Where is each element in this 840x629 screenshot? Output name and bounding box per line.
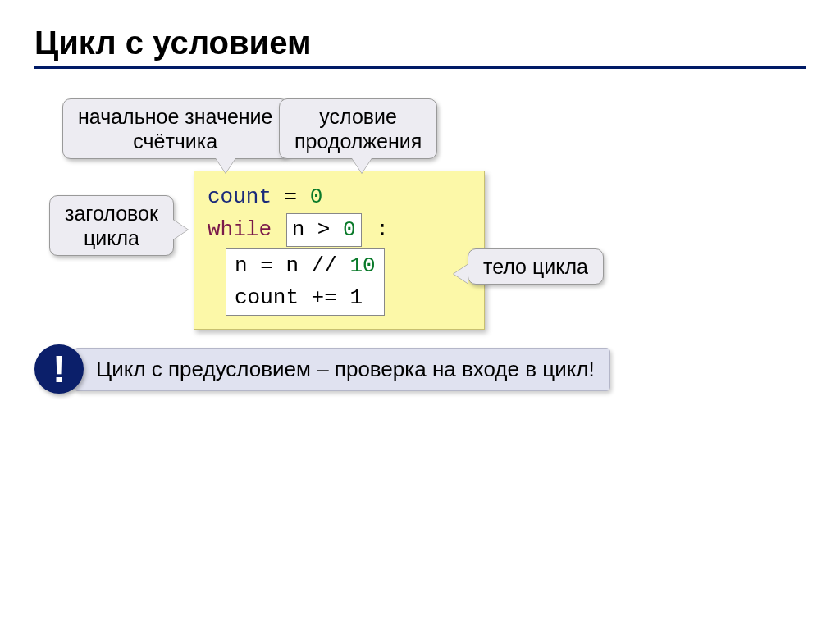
- exclamation-icon: !: [34, 344, 84, 394]
- eq-sign: =: [272, 185, 310, 209]
- callout-initial-text: начальное значениесчётчика: [78, 105, 273, 153]
- callout-loop-header: заголовокцикла: [49, 195, 174, 256]
- callout-initial-value: начальное значениесчётчика: [62, 98, 289, 159]
- cond-expr: n >: [292, 217, 343, 242]
- body-expr-2: count += 1: [235, 285, 363, 310]
- exclamation-text: !: [52, 347, 65, 391]
- body-num: 10: [349, 253, 375, 278]
- callout-condition-text: условиепродолжения: [294, 105, 422, 153]
- callout-body-text: тело цикла: [483, 255, 588, 278]
- colon: :: [363, 217, 389, 242]
- body-box: n = n // 10 count += 1: [226, 248, 385, 316]
- cond-space: [272, 217, 285, 242]
- callout-loop-body: тело цикла: [468, 248, 604, 285]
- callout-header-text: заголовокцикла: [65, 202, 158, 249]
- title-divider: [34, 66, 806, 69]
- kw-count: count: [208, 185, 272, 209]
- code-line-3: n = n // 10: [235, 250, 376, 282]
- note-bar: Цикл с предусловием – проверка на входе …: [74, 348, 610, 391]
- code-block: count = 0 while n > 0 : n = n // 10 coun…: [194, 171, 485, 330]
- kw-while: while: [208, 217, 272, 242]
- code-line-2: while n > 0 :: [208, 213, 471, 247]
- code-line-1: count = 0: [208, 181, 471, 213]
- body-expr-1: n = n //: [235, 253, 349, 278]
- callout-condition: условиепродолжения: [279, 98, 437, 159]
- cond-num: 0: [343, 217, 356, 242]
- code-line-4: count += 1: [235, 282, 376, 314]
- condition-box: n > 0: [286, 213, 362, 247]
- page-title: Цикл с условием: [34, 25, 806, 62]
- note-text: Цикл с предусловием – проверка на входе …: [96, 357, 595, 381]
- num-zero: 0: [310, 185, 323, 209]
- note-row: ! Цикл с предусловием – проверка на вход…: [34, 344, 789, 394]
